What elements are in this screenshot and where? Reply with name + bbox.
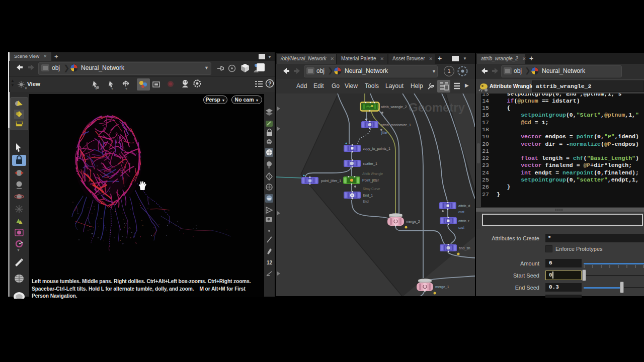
svg-text:End_1: End_1 <box>363 194 373 198</box>
svg-text:Geometry: Geometry <box>409 101 465 114</box>
svg-text:find_sh: find_sh <box>459 246 470 250</box>
svg-text:point_jitter_1: point_jitter_1 <box>321 179 341 183</box>
svg-text:Attrib Wrangle: Attrib Wrangle <box>362 172 383 176</box>
svg-text:copy_to_points_1: copy_to_points_1 <box>363 147 390 151</box>
svg-text:▼: ▼ <box>95 87 98 90</box>
svg-text:attrib_randomize_1: attrib_randomize_1 <box>381 123 411 127</box>
svg-text:merge_1: merge_1 <box>435 285 449 289</box>
svg-text:▼: ▼ <box>111 87 114 90</box>
svg-text:End: End <box>363 200 369 203</box>
svg-text:cost: cost <box>458 226 464 229</box>
svg-text:Point_jitter: Point_jitter <box>362 178 379 183</box>
svg-text:Stray Curve: Stray Curve <box>363 187 380 191</box>
svg-text:cost: cost <box>458 210 464 214</box>
svg-text:jitter: jitter <box>381 131 388 135</box>
svg-text:attrib_d: attrib_d <box>458 204 470 208</box>
svg-text:12: 12 <box>267 260 273 265</box>
svg-text:scatter_1: scatter_1 <box>363 162 377 166</box>
svg-text:?: ? <box>268 80 272 86</box>
svg-text:merge_2: merge_2 <box>406 220 420 224</box>
svg-text:▼: ▼ <box>125 87 128 90</box>
svg-text:attrib_wrangle_2: attrib_wrangle_2 <box>381 105 407 109</box>
svg-text:attrib_r: attrib_r <box>458 219 469 223</box>
